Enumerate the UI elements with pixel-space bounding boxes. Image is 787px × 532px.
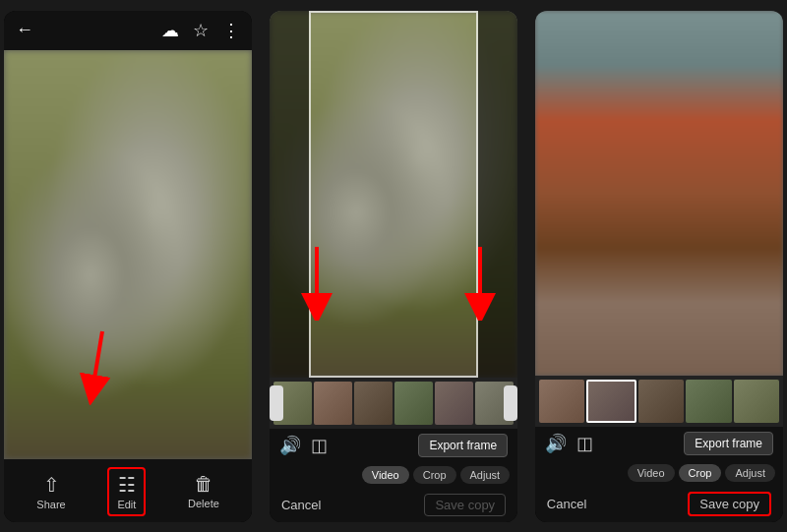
delete-button[interactable]: 🗑 Delete — [180, 469, 227, 513]
video-controls-panel3: 🔊 ◫ Export frame — [535, 427, 783, 460]
panel-photo-view: ← ☁ ☆ ⋮ ⇧ Share ☷ — [4, 11, 252, 522]
save-copy-button-panel3[interactable]: Save copy — [688, 492, 771, 516]
action-row-panel2: Cancel Save copy — [270, 488, 517, 522]
film-thumb-p3-1 — [539, 380, 584, 423]
tab-adjust-panel2[interactable]: Adjust — [460, 466, 511, 484]
video-controls-panel2: 🔊 ◫ Export frame — [270, 429, 517, 462]
export-frame-button[interactable]: Export frame — [418, 434, 508, 457]
edit-label: Edit — [117, 499, 136, 510]
film-thumb-4 — [394, 382, 433, 425]
export-frame-button-p3[interactable]: Export frame — [684, 432, 773, 455]
frame-icon[interactable]: ◫ — [311, 435, 328, 456]
filmstrip-panel2 — [270, 378, 517, 429]
tab-video-panel2[interactable]: Video — [362, 466, 409, 484]
photo-area-panel2 — [270, 11, 517, 378]
cancel-button-panel2[interactable]: Cancel — [281, 498, 321, 512]
volume-icon[interactable]: 🔊 — [279, 435, 301, 456]
more-icon[interactable]: ⋮ — [222, 20, 240, 41]
photo-area-panel1 — [4, 50, 252, 459]
tab-crop-panel2[interactable]: Crop — [413, 466, 456, 484]
film-thumb-p3-5 — [734, 380, 779, 423]
filmstrip-handle-right[interactable] — [504, 385, 517, 421]
film-thumb-p3-4 — [686, 380, 731, 423]
bottom-toolbar-panel1: ⇧ Share ☷ Edit 🗑 Delete — [4, 459, 252, 522]
share-label: Share — [36, 499, 65, 510]
film-thumb-p3-2 — [586, 380, 636, 423]
action-row-panel3: Cancel Save copy — [535, 486, 783, 522]
edit-icon: ☷ — [118, 473, 136, 497]
tabs-row-panel3: Video Crop Adjust — [535, 460, 783, 486]
top-bar-panel1: ← ☁ ☆ ⋮ — [4, 11, 252, 50]
tabs-row-panel2: Video Crop Adjust — [270, 462, 517, 488]
film-thumb-2 — [314, 382, 352, 425]
filmstrip-handle-left[interactable] — [270, 385, 283, 421]
crop-overlay-left — [270, 11, 309, 378]
share-icon: ⇧ — [43, 473, 60, 497]
tab-adjust-panel3[interactable]: Adjust — [725, 464, 775, 482]
volume-icon-p3[interactable]: 🔊 — [545, 433, 567, 454]
delete-icon: 🗑 — [194, 473, 213, 496]
tab-crop-panel3[interactable]: Crop — [679, 464, 722, 482]
share-button[interactable]: ⇧ Share — [29, 469, 73, 514]
save-copy-disabled-panel2: Save copy — [424, 494, 506, 516]
crop-overlay-right — [478, 11, 517, 378]
back-icon[interactable]: ← — [16, 20, 33, 40]
filmstrip-panel3 — [535, 376, 783, 427]
film-thumb-p3-3 — [638, 380, 684, 423]
film-thumb-5 — [435, 382, 473, 425]
panel-crop-before: 🔊 ◫ Export frame Video Crop Adjust Cance… — [270, 11, 517, 522]
delete-label: Delete — [188, 498, 219, 509]
edit-button[interactable]: ☷ Edit — [107, 467, 146, 516]
cancel-button-panel3[interactable]: Cancel — [547, 497, 586, 511]
film-thumb-3 — [354, 382, 393, 425]
frame-icon-p3[interactable]: ◫ — [576, 433, 593, 454]
panel-crop-after: 🔊 ◫ Export frame Video Crop Adjust Cance… — [535, 11, 783, 522]
photo-area-panel3 — [535, 11, 783, 376]
crop-frame — [309, 11, 478, 378]
star-icon[interactable]: ☆ — [193, 20, 209, 41]
tab-video-panel3[interactable]: Video — [628, 464, 675, 482]
cloud-icon[interactable]: ☁ — [161, 20, 179, 41]
